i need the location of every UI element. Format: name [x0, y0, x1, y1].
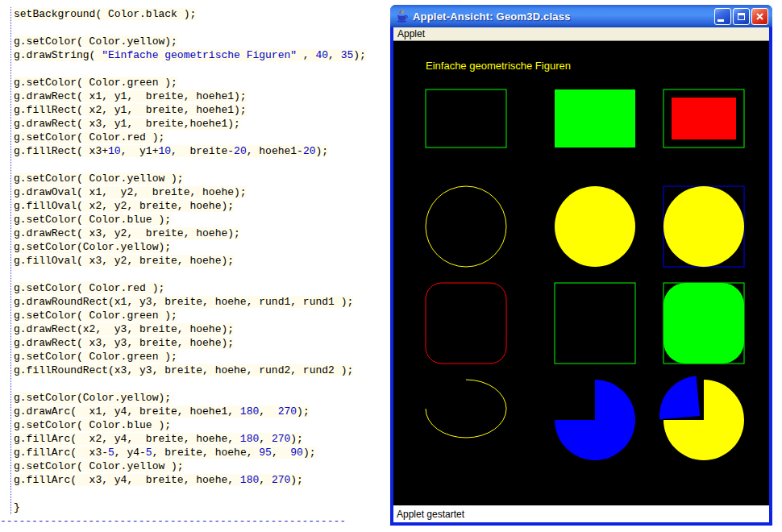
- code-line: g.fillOval( x3, y2, breite, hoehe);: [14, 254, 390, 268]
- code-line: setBackground( Color.black );: [14, 7, 390, 21]
- code-line: g.setColor( Color.yellow);: [14, 35, 390, 48]
- shape-fill-rect-row1-col2: [555, 89, 635, 148]
- code-line: g.setColor( Color.green );: [14, 350, 390, 364]
- shape-fill-roundrect-row3-col3: [663, 283, 744, 364]
- code-line: g.drawRect( x3, y1, breite,hoehe1);: [14, 117, 390, 131]
- code-line: g.drawRect( x3, y2, breite, hoehe);: [14, 227, 390, 240]
- code-line: [14, 158, 390, 172]
- minimize-button[interactable]: [714, 8, 731, 25]
- maximize-icon: [738, 13, 745, 20]
- code-line: g.drawRect( x3, y3, breite, hoehe);: [14, 336, 390, 350]
- window-title: Applet-Ansicht: Geom3D.class: [413, 10, 713, 23]
- code-line: g.fillArc( x2, y4, breite, hoehe, 180, 2…: [14, 432, 390, 446]
- code-line: g.setColor( Color.green );: [14, 309, 390, 322]
- shape-fill-rect-red-inset: [672, 98, 736, 139]
- applet-canvas-svg: Einfache geometrische Figuren: [393, 41, 769, 505]
- code-line: g.drawRect(x2, y3, breite, hoehe);: [14, 322, 390, 336]
- code-divider: ----------------------------------------…: [0, 514, 390, 528]
- code-lines: setBackground( Color.black ); g.setColor…: [10, 7, 390, 514]
- code-line: g.setColor( Color.yellow );: [14, 172, 390, 185]
- code-panel: setBackground( Color.black ); g.setColor…: [0, 0, 390, 532]
- code-line: g.setColor( Color.yellow );: [14, 459, 390, 473]
- code-line: g.fillOval( x2, y2, breite, hoehe);: [14, 199, 390, 213]
- shape-fill-oval-row2-col2: [555, 186, 635, 267]
- maximize-button[interactable]: [733, 8, 750, 25]
- close-icon: [755, 12, 764, 21]
- code-line: g.setColor( Color.blue );: [14, 213, 390, 227]
- close-button[interactable]: [751, 8, 768, 25]
- applet-canvas: Einfache geometrische Figuren: [393, 41, 769, 505]
- status-bar: Applet gestartet: [393, 505, 769, 522]
- code-line: g.setColor(Color.yellow);: [14, 240, 390, 254]
- shape-fill-oval-row2-col3: [663, 186, 744, 267]
- code-line: g.setColor( Color.red );: [14, 131, 390, 144]
- code-line: g.setColor( Color.green );: [14, 76, 390, 89]
- code-line: g.drawArc( x1, y4, breite, hoehe1, 180, …: [14, 405, 390, 418]
- code-line: g.fillRoundRect(x3, y3, breite, hoehe, r…: [14, 364, 390, 377]
- code-line: g.drawRoundRect(x1, y3, breite, hoehe, r…: [14, 295, 390, 309]
- code-line: g.drawRect( x1, y1, breite, hoehe1);: [14, 89, 390, 103]
- title-bar[interactable]: Applet-Ansicht: Geom3D.class: [390, 5, 772, 27]
- code-line: g.setColor(Color.yellow);: [14, 391, 390, 405]
- code-line: [14, 21, 390, 35]
- code-line: g.fillRect( x3+10, y1+10, breite-20, hoe…: [14, 144, 390, 158]
- canvas-title-text: Einfache geometrische Figuren: [426, 60, 571, 72]
- code-line: }: [14, 501, 390, 514]
- code-line: g.fillRect( x2, y1, breite, hoehe1);: [14, 103, 390, 117]
- menu-item-applet[interactable]: Applet: [393, 27, 429, 41]
- applet-viewer-window: Applet-Ansicht: Geom3D.class Applet Einf…: [390, 5, 772, 526]
- code-line: g.drawString( "Einfache geometrische Fig…: [14, 48, 390, 62]
- java-cup-icon: [395, 10, 409, 23]
- menu-bar: Applet: [393, 27, 769, 41]
- code-line: [14, 377, 390, 391]
- status-text: Applet gestartet: [393, 509, 464, 520]
- code-line: [14, 487, 390, 501]
- code-line: g.fillArc( x3, y4, breite, hoehe, 180, 2…: [14, 473, 390, 487]
- code-line: g.setColor( Color.blue );: [14, 418, 390, 432]
- code-line: g.setColor( Color.red );: [14, 281, 390, 295]
- code-line: g.drawOval( x1, y2, breite, hoehe);: [14, 185, 390, 199]
- code-line: [14, 62, 390, 76]
- code-line: [14, 268, 390, 281]
- code-line: g.fillArc( x3-5, y4-5, breite, hoehe, 95…: [14, 446, 390, 459]
- minimize-icon: [718, 19, 724, 22]
